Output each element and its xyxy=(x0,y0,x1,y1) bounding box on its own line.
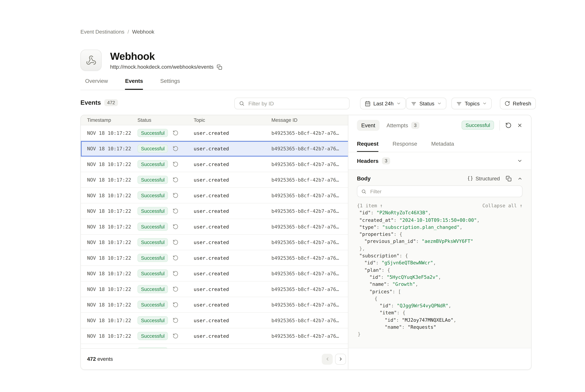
json-line: "id": "P2NoRtyZoTc46X3B", xyxy=(357,210,522,216)
table-footer: 472 events xyxy=(81,348,349,369)
retry-icon[interactable] xyxy=(173,177,179,183)
tab-events[interactable]: Events xyxy=(125,78,143,90)
status-badge: Successful xyxy=(138,222,168,231)
retry-event-icon[interactable] xyxy=(505,122,512,128)
json-line: "created_at": "2024-10-10T09:15:50+00:00… xyxy=(357,216,522,224)
copy-body-icon[interactable] xyxy=(506,176,512,181)
events-total-count: 472 events xyxy=(87,356,113,362)
collapse-all-button[interactable]: Collapse all ↑ xyxy=(482,202,522,210)
retry-icon[interactable] xyxy=(173,130,179,136)
page-title: Webhook xyxy=(110,50,222,62)
json-line: }, xyxy=(357,245,522,252)
divider xyxy=(500,120,500,130)
table-row[interactable]: NOV 18 10:17:22Successfuluser.createdb49… xyxy=(81,125,349,141)
panel-tab-attempts[interactable]: Attempts 3 xyxy=(386,122,419,129)
body-section-title: Body xyxy=(357,175,371,182)
retry-icon xyxy=(173,255,179,261)
filter-lines-icon xyxy=(411,100,417,106)
calendar-icon xyxy=(365,100,370,106)
json-line: "item": { xyxy=(357,310,522,316)
retry-icon xyxy=(173,208,179,214)
json-item-count[interactable]: {1 item ↑ xyxy=(357,202,383,210)
status-badge: Successful xyxy=(138,332,168,340)
braces-icon xyxy=(467,176,473,181)
events-section-title: Events xyxy=(80,99,101,106)
next-page-button[interactable] xyxy=(335,354,346,364)
panel-tab-event[interactable]: Event xyxy=(357,120,380,130)
body-filter-input[interactable] xyxy=(369,188,518,195)
date-range-button[interactable]: Last 24h xyxy=(360,98,406,109)
chevron-down-icon xyxy=(396,101,401,106)
tab-response[interactable]: Response xyxy=(392,140,417,152)
table-row[interactable]: NOV 18 10:17:22Successfuluser.createdb49… xyxy=(81,141,349,157)
tab-overview[interactable]: Overview xyxy=(85,78,108,90)
status-filter-button[interactable]: Status xyxy=(406,98,446,109)
chevron-right-icon xyxy=(338,356,343,362)
table-row[interactable]: NOV 18 10:17:22Successfuluser.createdb49… xyxy=(81,282,349,297)
refresh-button[interactable]: Refresh xyxy=(500,98,536,109)
table-row[interactable]: NOV 18 10:17:22Successfuluser.createdb49… xyxy=(81,156,349,172)
events-toolbar: Events 472 Last 24h Stat xyxy=(80,98,532,110)
retry-icon[interactable] xyxy=(173,239,179,245)
table-row[interactable]: NOV 18 10:17:22Successfuluser.createdb49… xyxy=(81,188,349,204)
prev-page-button[interactable] xyxy=(322,354,333,364)
breadcrumb-parent[interactable]: Event Destinations xyxy=(80,29,124,35)
table-body: NOV 18 10:17:22Successfuluser.createdb49… xyxy=(81,125,349,360)
retry-icon[interactable] xyxy=(173,255,179,261)
table-row[interactable]: NOV 18 10:17:22Successfuluser.createdb49… xyxy=(81,172,349,188)
headers-section-toggle[interactable]: Headers 3 xyxy=(348,152,531,170)
table-row[interactable]: NOV 18 10:17:22Successfuluser.createdb49… xyxy=(81,235,349,250)
tab-metadata[interactable]: Metadata xyxy=(431,140,454,152)
json-line: { xyxy=(357,295,522,302)
chevron-down-icon xyxy=(437,101,442,106)
table-row[interactable]: NOV 18 10:17:22Successfuluser.createdb49… xyxy=(81,250,349,266)
retry-icon xyxy=(173,146,179,152)
body-filter-input-wrap xyxy=(357,186,522,197)
json-line: "id": "QJgg9WrS4vyQPNdR", xyxy=(357,302,522,310)
status-badge: Successful xyxy=(138,176,168,184)
json-line: "subscription": { xyxy=(357,252,522,259)
tab-settings[interactable]: Settings xyxy=(160,78,180,90)
retry-icon[interactable] xyxy=(173,333,179,339)
page-header: Webhook http://mock.hookdeck.com/webhook… xyxy=(80,50,222,71)
structured-view-toggle[interactable]: Structured xyxy=(467,176,500,181)
retry-icon[interactable] xyxy=(173,302,179,308)
table-row[interactable]: NOV 18 10:17:22Successfuluser.createdb49… xyxy=(81,313,349,328)
filter-by-id-input-wrap xyxy=(234,98,350,109)
status-badge: Successful xyxy=(138,160,168,168)
table-row[interactable]: NOV 18 10:17:22Successfuluser.createdb49… xyxy=(81,328,349,344)
breadcrumb: Event Destinations / Webhook xyxy=(80,29,154,35)
status-badge: Successful xyxy=(138,316,168,324)
chevron-down-icon xyxy=(482,101,487,106)
events-count-badge: 472 xyxy=(104,99,118,106)
json-line: "prices": [ xyxy=(357,288,522,295)
filter-by-id-input[interactable] xyxy=(248,100,345,107)
json-viewer: {1 item ↑ Collapse all ↑ "id": "P2NoRtyZ… xyxy=(348,202,531,338)
retry-icon[interactable] xyxy=(173,208,179,214)
retry-icon[interactable] xyxy=(173,270,179,276)
topics-filter-button[interactable]: Topics xyxy=(452,98,492,109)
breadcrumb-current: Webhook xyxy=(132,29,154,35)
retry-icon xyxy=(173,302,179,308)
retry-icon[interactable] xyxy=(173,192,179,198)
table-row[interactable]: NOV 18 10:17:22Successfuluser.createdb49… xyxy=(81,297,349,313)
table-row[interactable]: NOV 18 10:17:22Successfuluser.createdb49… xyxy=(81,204,349,219)
retry-icon xyxy=(173,239,179,245)
column-header-timestamp: Timestamp xyxy=(81,117,138,123)
retry-icon[interactable] xyxy=(173,224,179,230)
close-panel-icon[interactable] xyxy=(517,122,522,128)
retry-icon[interactable] xyxy=(173,286,179,292)
chevron-down-icon[interactable] xyxy=(517,158,522,164)
collapse-body-icon[interactable] xyxy=(517,176,522,181)
table-row[interactable]: NOV 18 10:17:22Successfuluser.createdb49… xyxy=(81,219,349,235)
retry-icon[interactable] xyxy=(173,318,179,323)
retry-icon xyxy=(173,177,179,183)
retry-icon[interactable] xyxy=(173,146,179,152)
copy-url-icon[interactable] xyxy=(217,64,222,70)
retry-icon[interactable] xyxy=(173,161,179,167)
table-row[interactable]: NOV 18 10:17:22Successfuluser.createdb49… xyxy=(81,266,349,282)
webhook-url: http://mock.hookdeck.com/webhooks/events xyxy=(110,64,214,70)
retry-icon xyxy=(173,270,179,276)
retry-icon xyxy=(173,286,179,292)
tab-request[interactable]: Request xyxy=(357,140,378,152)
